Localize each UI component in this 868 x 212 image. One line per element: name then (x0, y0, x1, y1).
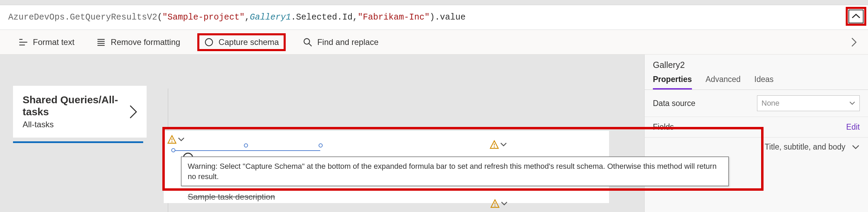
fields-row: Fields Edit (645, 117, 868, 138)
remove-formatting-label: Remove formatting (111, 37, 180, 47)
formula-action-bar: Format text Remove formatting Capture sc… (0, 30, 868, 55)
warning-tooltip: Warning: Select "Capture Schema" at the … (181, 156, 729, 186)
properties-pane: Gallery2 Properties Advanced Ideas Data … (644, 55, 868, 212)
selection-line (173, 150, 320, 151)
fields-edit-link[interactable]: Edit (846, 122, 860, 132)
layout-value: Title, subtitle, and body (765, 142, 845, 152)
format-text-icon (18, 37, 28, 47)
data-source-label: Data source (653, 99, 695, 108)
data-source-dropdown[interactable]: None (757, 95, 860, 111)
tab-properties[interactable]: Properties (653, 75, 692, 90)
warning-marker-2[interactable] (489, 140, 507, 150)
top-strip (0, 0, 868, 5)
remove-formatting-icon (96, 37, 106, 47)
chevron-down-icon (500, 142, 507, 147)
warning-marker-1[interactable] (167, 135, 185, 144)
chevron-up-icon (852, 14, 860, 19)
more-actions-arrow[interactable] (849, 37, 860, 48)
gallery-item-card[interactable]: Shared Queries/All-tasks All-tasks (13, 86, 147, 138)
chevron-right-icon (851, 37, 857, 47)
tab-ideas[interactable]: Ideas (754, 75, 773, 90)
svg-point-8 (304, 38, 310, 44)
data-source-value: None (761, 99, 780, 108)
capture-schema-button[interactable]: Capture schema (197, 33, 286, 51)
chevron-down-icon (501, 201, 508, 206)
chevron-down-icon[interactable] (852, 144, 860, 150)
chevron-down-icon (178, 137, 185, 142)
chevron-right-icon (129, 104, 137, 119)
find-replace-button[interactable]: Find and replace (298, 35, 383, 50)
svg-point-12 (171, 141, 172, 142)
warning-icon (167, 135, 177, 144)
remove-formatting-button[interactable]: Remove formatting (91, 35, 185, 50)
svg-point-18 (494, 205, 495, 207)
warning-marker-3[interactable] (490, 199, 508, 209)
find-replace-label: Find and replace (317, 37, 379, 47)
selection-handle[interactable] (171, 148, 175, 152)
svg-point-15 (494, 146, 495, 148)
svg-line-9 (309, 43, 312, 46)
search-icon (303, 37, 312, 47)
svg-point-7 (206, 38, 213, 46)
sample-task-description: Sample task description (188, 192, 275, 202)
selection-handle[interactable] (244, 143, 248, 148)
chevron-down-icon (849, 101, 855, 105)
tab-advanced[interactable]: Advanced (706, 75, 741, 90)
format-text-button[interactable]: Format text (14, 35, 79, 50)
layout-row: Layout Title, subtitle, and body (645, 138, 868, 152)
capture-schema-label: Capture schema (219, 37, 279, 47)
properties-tabs: Properties Advanced Ideas (645, 71, 868, 90)
gallery-name: Gallery2 (645, 55, 868, 71)
warning-icon (489, 140, 499, 150)
warning-icon (490, 199, 500, 209)
gallery-item-subtitle: All-tasks (23, 120, 129, 129)
gallery-item-underline (13, 141, 143, 143)
fields-label: Fields (653, 122, 674, 132)
capture-schema-icon (204, 37, 214, 47)
selection-handle[interactable] (319, 143, 323, 148)
data-source-row: Data source None (645, 90, 868, 117)
gallery-item-title: Shared Queries/All-tasks (23, 94, 129, 118)
format-text-label: Format text (33, 37, 74, 47)
formula-bar[interactable]: AzureDevOps.GetQueryResultsV2("Sample-pr… (0, 5, 868, 30)
formula-expand-button[interactable] (846, 7, 866, 26)
formula-text: AzureDevOps.GetQueryResultsV2("Sample-pr… (8, 12, 466, 22)
